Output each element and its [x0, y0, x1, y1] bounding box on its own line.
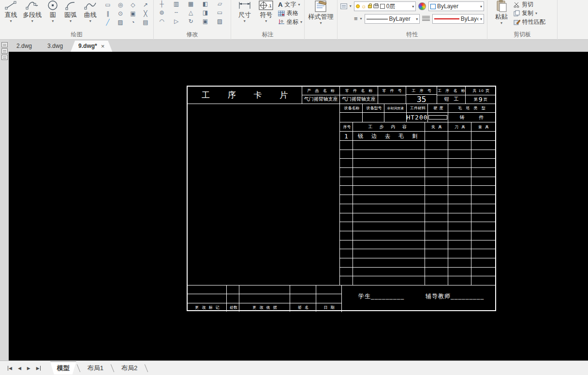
dimension-button[interactable]: 尺寸 ▾	[235, 0, 254, 23]
lineweight-display-icon[interactable]: ≡	[354, 16, 358, 22]
close-icon[interactable]: ×	[101, 41, 105, 52]
coolant-value	[384, 113, 407, 122]
chevron-down-icon[interactable]: ▾	[360, 17, 362, 21]
first-tab-icon[interactable]: ◀	[8, 366, 12, 371]
spline-button[interactable]: 曲线 ▾	[80, 0, 100, 23]
chevron-down-icon[interactable]: ▾	[300, 20, 302, 24]
panel-label-annotate[interactable]: 标注	[231, 30, 304, 40]
lineweight-icon[interactable]	[422, 16, 429, 22]
region-icon[interactable]: ▣	[128, 10, 138, 17]
table-button[interactable]: + 表格	[278, 9, 302, 17]
coordinate-button[interactable]: 坐标 ▾	[278, 18, 302, 26]
hatch-icon[interactable]: ▨	[116, 18, 125, 26]
layer-select[interactable]: ☼ 0层 ▾	[354, 1, 416, 11]
last-tab-icon[interactable]: ▶	[36, 366, 41, 371]
chevron-down-icon[interactable]: ▾	[535, 12, 537, 15]
move-icon[interactable]: ┼	[157, 0, 167, 8]
erase-icon[interactable]: ▱	[215, 0, 225, 8]
pointer-icon[interactable]: ↗	[141, 1, 150, 9]
prev-tab-icon[interactable]: ◀	[18, 366, 21, 371]
doc-tab-2dwg[interactable]: 2.dwg	[9, 41, 40, 52]
text-button[interactable]: A 文字 ▾	[278, 0, 302, 9]
linetype2-select[interactable]: ByLay‹ ▾	[432, 14, 484, 24]
match-properties-button[interactable]: 特性匹配	[514, 18, 545, 26]
scale-icon[interactable]: ◧	[201, 0, 210, 8]
panel-label-draw[interactable]: 绘图	[0, 30, 153, 40]
chevron-down-icon[interactable]: ▾	[89, 19, 91, 23]
cut-button[interactable]: 剪切	[514, 0, 545, 9]
layer-tools-icon[interactable]	[340, 3, 347, 9]
linetype-select[interactable]: ByLayer ▾	[365, 14, 420, 24]
arc-button[interactable]: 圆弧 ▾	[61, 0, 81, 23]
chevron-down-icon[interactable]: ▾	[10, 19, 12, 23]
style-manager-button[interactable]: 样式管理 ▾	[307, 0, 335, 25]
polyline-button[interactable]: 多段线 ▾	[20, 0, 45, 23]
chevron-down-icon[interactable]: ▾	[416, 17, 418, 21]
drawing-canvas[interactable]: 工 序 卡 片 产 品 名 称 气门摇臂轴支座 零 件 名 称 气门摇臂轴支座 …	[9, 52, 588, 360]
product-name-col: 产 品 名 称 气门摇臂轴支座	[302, 87, 339, 104]
next-tab-icon[interactable]: ▶	[27, 366, 30, 371]
point-icon[interactable]: ⊙	[116, 10, 125, 17]
parallel-icon[interactable]: ∥	[103, 10, 113, 17]
line-button[interactable]: 直线 ▾	[2, 0, 20, 23]
copy-button[interactable]: 复制 ▾	[514, 9, 545, 17]
rotate-icon[interactable]: ↻	[186, 17, 196, 25]
chevron-down-icon[interactable]: ▾	[244, 19, 246, 23]
block-icon[interactable]: ╳	[141, 10, 150, 17]
array-icon[interactable]: ▦	[186, 0, 196, 8]
hardness-bar	[428, 115, 447, 120]
chevron-down-icon[interactable]: ▾	[52, 19, 54, 23]
chevron-down-icon[interactable]: ▾	[70, 19, 72, 23]
fillet-icon[interactable]: ◠	[157, 17, 167, 25]
offset-icon[interactable]: ⊚	[157, 9, 167, 16]
color-select[interactable]: ByLayer ▾	[428, 1, 484, 11]
panel-label-clipboard[interactable]: 剪切板	[487, 30, 557, 40]
empty-step-row	[340, 231, 495, 240]
tab-layout1[interactable]: 布局1	[81, 362, 110, 375]
part-name-col: 零 件 名 称 气门摇臂轴支座	[340, 87, 378, 104]
doc-tab-9dwg[interactable]: 9.dwg* ×	[71, 41, 112, 52]
blank-type-header: 毛 坯 类 型	[448, 104, 495, 112]
chevron-down-icon[interactable]: ▾	[320, 21, 322, 25]
divide-icon[interactable]: ╌	[172, 9, 181, 16]
empty-step-rows	[340, 141, 495, 285]
stretch-icon[interactable]: ▥	[172, 0, 181, 8]
chevron-down-icon[interactable]: ▾	[480, 4, 482, 9]
chevron-down-icon[interactable]: ▾	[480, 17, 482, 21]
mirror-icon[interactable]: △	[186, 9, 196, 16]
align-icon[interactable]: ▣	[201, 17, 210, 25]
chevron-down-icon[interactable]: ▾	[265, 19, 267, 23]
chevron-down-icon[interactable]: ▾	[31, 19, 33, 23]
advisor-signoff: 辅导教师_________	[426, 292, 484, 312]
tab-layout2[interactable]: 布局2	[115, 362, 144, 375]
wipeout-icon[interactable]: ◔	[128, 18, 138, 26]
tab-model[interactable]: 模型	[50, 361, 76, 375]
empty-step-row	[340, 186, 495, 195]
panel-label-properties[interactable]: 特性	[338, 30, 487, 40]
chevron-down-icon[interactable]: ▾	[500, 21, 502, 25]
chevron-down-icon[interactable]: ▾	[350, 4, 352, 8]
chevron-down-icon[interactable]: ▾	[298, 3, 300, 7]
color-swatch	[430, 4, 436, 9]
tool-palette-icon-1[interactable]	[1, 42, 8, 47]
explode-icon[interactable]: ▭	[215, 9, 225, 16]
tool-palette-icon-2[interactable]	[1, 48, 8, 54]
copy-icon	[514, 10, 520, 16]
gradient-icon[interactable]: ▤	[141, 18, 150, 26]
chevron-down-icon[interactable]: ▾	[412, 4, 414, 9]
symbol-button[interactable]: .1 符号 ▾	[256, 0, 276, 23]
pages-col: 共 10 页 第 9 页	[466, 87, 495, 104]
construction-line-icon[interactable]: ╱	[103, 18, 113, 26]
chamfer-icon[interactable]: ▷	[172, 17, 181, 25]
paste-button[interactable]: 粘贴 ▾	[492, 0, 511, 25]
overlap-icon[interactable]: ◨	[201, 9, 210, 16]
panel-label-modify[interactable]: 修改	[154, 30, 231, 40]
polygon-icon[interactable]: ◇	[128, 1, 138, 9]
color-wheel-icon[interactable]	[418, 2, 426, 10]
tool-palette-icon-3[interactable]	[1, 55, 8, 60]
donut-icon[interactable]: ◎	[116, 1, 125, 9]
edit-hatch-icon[interactable]: ▨	[215, 17, 225, 25]
circle-button[interactable]: 圆 ▾	[45, 0, 61, 23]
doc-tab-3dwg[interactable]: 3.dwg	[40, 41, 71, 52]
rectangle-icon[interactable]: ▭	[103, 1, 113, 9]
